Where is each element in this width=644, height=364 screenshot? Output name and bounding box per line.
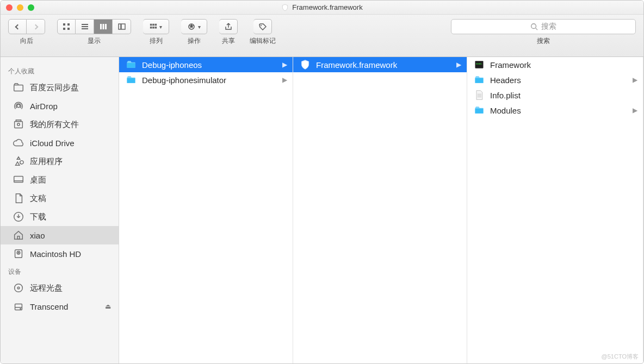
sidebar-item[interactable]: Macintosh HD (1, 244, 119, 263)
sidebar-item-label: 桌面 (30, 175, 46, 185)
svg-rect-16 (152, 27, 154, 29)
view-list-button[interactable] (76, 19, 94, 34)
sidebar-item[interactable]: 文稿 (1, 189, 119, 208)
action-button[interactable]: ▾ (181, 19, 207, 34)
file-row[interactable]: execFramework (467, 57, 643, 72)
sidebar-item[interactable]: xiao (1, 226, 119, 244)
svg-text:exec: exec (476, 62, 482, 65)
eject-icon[interactable]: ⏏ (105, 303, 111, 310)
file-name: Modules (490, 106, 521, 115)
sidebar-item[interactable]: 远程光盘 (1, 279, 119, 297)
chevron-right-icon: ▶ (633, 76, 637, 84)
svg-point-35 (17, 287, 20, 289)
svg-rect-8 (102, 24, 104, 29)
column-2[interactable]: Framework.framework▶ (293, 57, 467, 363)
sidebar-section-title: 设备 (1, 263, 119, 279)
column-3[interactable]: execFrameworkHeaders▶Info.plistModules▶ (467, 57, 643, 363)
file-row[interactable]: Headers▶ (467, 72, 643, 87)
framework-icon (281, 4, 289, 11)
framework-icon (300, 59, 311, 70)
arrange-button[interactable]: ▾ (143, 19, 169, 34)
svg-rect-15 (150, 27, 152, 29)
sidebar-item-label: 百度云同步盘 (30, 83, 79, 93)
chevron-right-icon: ▶ (633, 106, 637, 114)
view-icons-button[interactable] (57, 19, 76, 34)
column-view: ▶ ▶ Debug-iphoneos▶Debug-iphonesimulator… (119, 57, 643, 363)
svg-rect-7 (100, 24, 102, 29)
column-1[interactable]: ▶ ▶ Debug-iphoneos▶Debug-iphonesimulator… (119, 57, 293, 363)
back-button[interactable] (8, 19, 27, 34)
zoom-button[interactable] (28, 4, 34, 11)
tags-button[interactable] (253, 19, 272, 34)
sidebar-item[interactable]: 我的所有文件 (1, 115, 119, 134)
apps-icon (13, 155, 24, 167)
watermark: @51CTO博客 (602, 353, 639, 361)
remotedisc-icon (13, 282, 24, 294)
action-group: ▾ 操作 (181, 19, 207, 46)
svg-rect-30 (17, 236, 20, 240)
sidebar-item[interactable]: Transcend⏏ (1, 297, 119, 316)
disk-icon (13, 248, 24, 260)
svg-rect-1 (67, 23, 70, 26)
nav-label: 向后 (20, 36, 33, 46)
toolbar: 向后 显示 ▾ 排列 (1, 15, 643, 57)
downloads-icon (13, 211, 24, 223)
file-row[interactable]: Info.plist (467, 87, 643, 103)
window-title-text: Framework.framework (292, 3, 362, 11)
home-icon (13, 229, 24, 241)
sidebar-item[interactable]: AirDrop (1, 97, 119, 115)
folder-blue-icon (126, 74, 137, 85)
nav-group: 向后 (8, 19, 45, 46)
file-name: Framework.framework (316, 60, 397, 70)
titlebar: Framework.framework (1, 1, 643, 15)
minimize-button[interactable] (17, 4, 23, 11)
folder-blue-icon (126, 59, 137, 70)
view-group: 显示 (57, 19, 131, 46)
search-placeholder: 搜索 (541, 22, 556, 32)
svg-point-38 (20, 309, 21, 309)
file-name: Info.plist (490, 91, 521, 100)
sidebar: 个人收藏百度云同步盘AirDrop我的所有文件iCloud Drive应用程序桌… (1, 57, 119, 363)
folder-blue-icon (474, 74, 485, 85)
forward-button[interactable] (27, 19, 45, 34)
svg-rect-11 (121, 24, 125, 29)
sidebar-item-label: 应用程序 (30, 156, 63, 167)
sidebar-section-title: 个人收藏 (1, 62, 119, 78)
file-row[interactable]: Debug-iphonesimulator▶ (119, 72, 293, 87)
search-group: 搜索 搜索 (451, 19, 636, 46)
sidebar-item[interactable]: 下载 (1, 208, 119, 226)
view-label: 显示 (88, 36, 101, 46)
search-label: 搜索 (537, 36, 550, 46)
svg-rect-9 (105, 24, 107, 29)
svg-rect-24 (15, 122, 23, 128)
chevron-right-icon: ▶ (456, 61, 461, 68)
file-name: Headers (490, 76, 521, 85)
search-input[interactable]: 搜索 (451, 19, 636, 34)
svg-point-25 (17, 123, 20, 126)
sidebar-item[interactable]: 应用程序 (1, 152, 119, 171)
main: 个人收藏百度云同步盘AirDrop我的所有文件iCloud Drive应用程序桌… (1, 57, 643, 363)
file-row[interactable]: Debug-iphoneos▶ (119, 57, 293, 72)
close-button[interactable] (6, 4, 13, 11)
share-button[interactable] (219, 19, 238, 34)
folder-blue-icon (474, 105, 485, 116)
file-row[interactable]: Modules▶ (467, 103, 643, 118)
svg-rect-22 (14, 85, 23, 91)
sidebar-item-label: 文稿 (30, 193, 46, 204)
svg-point-20 (531, 24, 536, 29)
svg-line-21 (536, 28, 538, 30)
svg-rect-27 (14, 177, 23, 183)
view-gallery-button[interactable] (113, 19, 131, 34)
desktop-icon (13, 174, 24, 186)
sidebar-item[interactable]: 桌面 (1, 171, 119, 189)
arrange-label: 排列 (150, 36, 163, 46)
search-icon (530, 23, 538, 30)
view-columns-button[interactable] (94, 19, 113, 34)
window-controls (6, 4, 34, 11)
sidebar-item[interactable]: iCloud Drive (1, 134, 119, 152)
sidebar-item-label: Transcend (30, 302, 68, 311)
sidebar-item[interactable]: 百度云同步盘 (1, 78, 119, 97)
sidebar-item-label: 远程光盘 (30, 283, 63, 293)
svg-rect-10 (119, 24, 121, 29)
file-row[interactable]: Framework.framework▶ (293, 57, 467, 72)
